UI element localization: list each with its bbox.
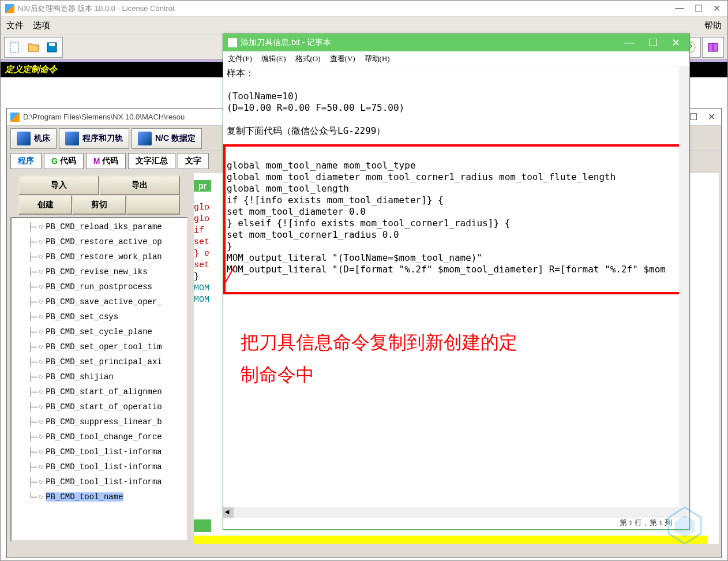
tree-item[interactable]: ├─☞PB_CMD_set_csys (12, 309, 187, 324)
np-menu-file[interactable]: 文件(F) (228, 54, 252, 64)
red-highlight-box (223, 144, 684, 294)
notepad-text-area[interactable]: 样本： (ToolName=10)(D=10.00 R=0.00 F=50.00… (223, 66, 689, 505)
tree-item[interactable]: ├─☞PB_CMD_start_of_alignmen (12, 384, 187, 399)
machine-icon (17, 132, 31, 145)
svg-marker-7 (675, 515, 695, 538)
close-button[interactable]: ✕ (713, 3, 721, 14)
svg-rect-2 (49, 43, 55, 46)
tab-mcode[interactable]: M 代码 (86, 153, 126, 169)
yellow-band (194, 536, 707, 544)
tree-item[interactable]: ├─☞PB_CMD_tool_list-informa (12, 444, 187, 459)
notepad-hscrollbar[interactable]: ◄ (223, 507, 679, 518)
tab-gcode[interactable]: G 代码 (44, 153, 84, 169)
program-icon (65, 132, 79, 145)
save-button[interactable] (43, 39, 61, 56)
nx-app-icon (5, 4, 14, 13)
tree-item[interactable]: ├─☞PB_CMD_tool_list-informa (12, 459, 187, 474)
minimize-button[interactable]: — (675, 3, 684, 14)
tab-nc-data[interactable]: N/C 数据定 (132, 128, 202, 149)
text-line: (ToolName=10) (227, 91, 686, 102)
nx-titlebar[interactable]: NX/后处理构造器 版本 10.0.0 - License Control — … (1, 1, 727, 17)
watermark-logo (665, 503, 705, 544)
tab-machine[interactable]: 机床 (10, 128, 57, 149)
end-band (194, 519, 211, 532)
cut-button[interactable]: 剪切 (72, 195, 126, 215)
np-menu-help[interactable]: 帮助(H) (365, 54, 390, 64)
np-menu-view[interactable]: 查看(V) (330, 54, 355, 64)
menu-options[interactable]: 选项 (33, 20, 50, 31)
tree-item[interactable]: ├─☞PB_CMD_set_cycle_plane (12, 324, 187, 339)
notepad-window: 添加刀具信息.txt - 记事本 — ☐ ✕ 文件(F) 编辑(E) 格式(O)… (223, 33, 690, 530)
menu-file[interactable]: 文件 (6, 20, 24, 31)
left-panel: 导入 导出 创建 剪切 ├─☞PB_CMD_reload_iks_parame … (7, 171, 192, 546)
sub-close-button[interactable]: ✕ (708, 111, 715, 122)
text-line: 样本： (227, 68, 686, 79)
tree-item[interactable]: └─☞PB_CMD_tool_name (12, 489, 187, 504)
tab-program-tool[interactable]: 程序和刀轨 (59, 128, 129, 149)
help-book-button[interactable] (704, 39, 722, 56)
notepad-titlebar[interactable]: 添加刀具信息.txt - 记事本 — ☐ ✕ (223, 34, 689, 51)
notepad-menubar: 文件(F) 编辑(E) 格式(O) 查看(V) 帮助(H) (223, 51, 689, 66)
notepad-maximize-button[interactable]: ☐ (648, 36, 658, 49)
tree-item[interactable]: ├─☞PB_CMD_revise_new_iks (12, 264, 187, 279)
text-line (227, 114, 686, 125)
np-menu-edit[interactable]: 编辑(E) (261, 54, 286, 64)
tree-item[interactable]: ├─☞PB_CMD_set_oper_tool_tim (12, 339, 187, 354)
import-button[interactable]: 导入 (18, 175, 99, 195)
text-line: 复制下面代码（微信公众号LG-2299） (227, 125, 686, 137)
text-line: (D=10.00 R=0.00 F=50.00 L=75.00) (227, 102, 686, 114)
tree-item[interactable]: ├─☞PB_CMD_reload_iks_parame (12, 219, 187, 234)
svg-rect-0 (10, 42, 18, 53)
tree-item[interactable]: ├─☞PB_CMD_restore_work_plan (12, 249, 187, 264)
tree-item[interactable]: ├─☞PB_CMD_set_principal_axi (12, 354, 187, 369)
notepad-minimize-button[interactable]: — (624, 36, 635, 49)
sub-maximize-button[interactable]: ☐ (689, 111, 697, 122)
notepad-close-button[interactable]: ✕ (671, 36, 680, 49)
tab-word-summary[interactable]: 文字汇总 (128, 153, 175, 169)
tree-item[interactable]: ├─☞PB_CMD_save_active_oper_ (12, 294, 187, 309)
tree-item[interactable]: ├─☞PB_CMD_shijian (12, 369, 187, 384)
paste-button[interactable] (126, 195, 180, 215)
tree-item[interactable]: ├─☞PB_CMD_suppress_linear_b (12, 414, 187, 429)
hscroll-left-button[interactable]: ◄ (223, 507, 234, 518)
export-button[interactable]: 导出 (99, 175, 180, 195)
new-button[interactable] (6, 39, 24, 56)
tree-item[interactable]: ├─☞PB_CMD_tool_list-informa (12, 474, 187, 489)
tree-item[interactable]: ├─☞PB_CMD_tool_change_force (12, 429, 187, 444)
proc-band: pr (194, 180, 211, 192)
maximize-button[interactable]: ☐ (695, 3, 703, 14)
notepad-icon (228, 38, 237, 47)
sub-app-icon (10, 113, 20, 122)
create-button[interactable]: 创建 (18, 195, 72, 215)
tree-item[interactable]: ├─☞PB_CMD_run_postprocess (12, 279, 187, 294)
np-menu-format[interactable]: 格式(O) (295, 54, 321, 64)
notepad-title: 添加刀具信息.txt - 记事本 (241, 38, 331, 48)
code-fragment: glogloifset} eset}MOMMOM (194, 202, 209, 306)
text-line (227, 79, 686, 91)
nx-title: NX/后处理构造器 版本 10.0.0 - License Control (18, 3, 675, 14)
red-annotation: 把刀具信息命令复制到新创建的定制命令中 (241, 326, 517, 391)
tab-program[interactable]: 程序 (10, 153, 42, 169)
notepad-vscrollbar[interactable] (679, 66, 689, 518)
tree-item[interactable]: ├─☞PB_CMD_restore_active_op (12, 234, 187, 249)
menu-help[interactable]: 帮助 (704, 20, 722, 31)
tab-word-seq[interactable]: 文字 (178, 153, 209, 169)
tree-item[interactable]: ├─☞PB_CMD_start_of_operatio (12, 399, 187, 414)
command-tree[interactable]: ├─☞PB_CMD_reload_iks_parame ├─☞PB_CMD_re… (10, 217, 188, 541)
ncdata-icon (138, 132, 152, 145)
nx-menubar: 文件 选项 帮助 (1, 17, 727, 35)
open-button[interactable] (24, 39, 43, 56)
